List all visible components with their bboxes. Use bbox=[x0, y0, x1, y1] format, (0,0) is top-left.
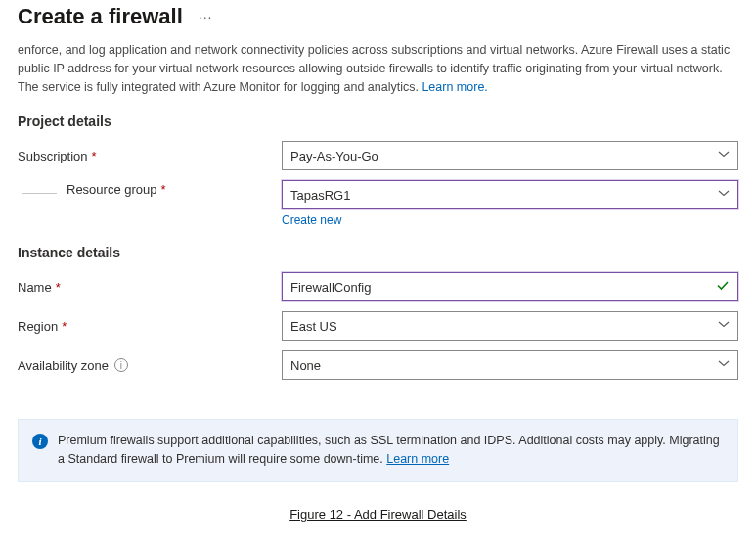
resource-group-select[interactable]: TapasRG1 bbox=[282, 180, 738, 209]
instance-details-heading: Instance details bbox=[18, 245, 738, 260]
required-indicator: * bbox=[56, 280, 61, 295]
resource-group-value: TapasRG1 bbox=[290, 188, 350, 203]
availability-zone-select[interactable]: None bbox=[282, 350, 738, 380]
create-new-link[interactable]: Create new bbox=[282, 213, 738, 227]
chevron-down-icon bbox=[718, 358, 730, 373]
name-label: Name* bbox=[18, 280, 282, 295]
resource-group-label: Resource group bbox=[67, 182, 157, 197]
page-title: Create a firewall bbox=[18, 4, 183, 29]
resource-group-label-col: Resource group* bbox=[18, 180, 282, 197]
info-icon: i bbox=[32, 434, 48, 449]
region-value: East US bbox=[290, 319, 337, 334]
subscription-label: Subscription* bbox=[18, 149, 282, 163]
name-input[interactable]: FirewallConfig bbox=[282, 272, 738, 301]
availability-zone-value: None bbox=[290, 358, 321, 373]
check-icon bbox=[716, 279, 730, 296]
subscription-select[interactable]: Pay-As-You-Go bbox=[282, 141, 738, 170]
required-indicator: * bbox=[92, 149, 97, 163]
figure-caption: Figure 12 - Add Firewall Details bbox=[18, 507, 738, 522]
required-indicator: * bbox=[161, 182, 166, 197]
chevron-down-icon bbox=[718, 188, 730, 203]
more-actions-button[interactable]: ··· bbox=[199, 9, 213, 24]
region-select[interactable]: East US bbox=[282, 311, 738, 341]
intro-text: enforce, and log application and network… bbox=[18, 41, 738, 96]
banner-learn-more-link[interactable]: Learn more bbox=[386, 452, 449, 466]
availability-zone-label: Availability zone i bbox=[18, 358, 282, 373]
intro-body: enforce, and log application and network… bbox=[18, 43, 730, 94]
info-icon[interactable]: i bbox=[114, 358, 128, 372]
premium-info-banner: i Premium firewalls support additional c… bbox=[18, 419, 738, 482]
region-label: Region* bbox=[18, 319, 282, 334]
intro-learn-more-link[interactable]: Learn more. bbox=[422, 80, 487, 94]
name-value: FirewallConfig bbox=[290, 280, 371, 295]
subscription-value: Pay-As-You-Go bbox=[290, 149, 378, 163]
tree-branch-icon bbox=[22, 174, 57, 194]
project-details-heading: Project details bbox=[18, 114, 738, 129]
chevron-down-icon bbox=[718, 149, 730, 163]
required-indicator: * bbox=[62, 319, 67, 334]
chevron-down-icon bbox=[718, 319, 730, 334]
